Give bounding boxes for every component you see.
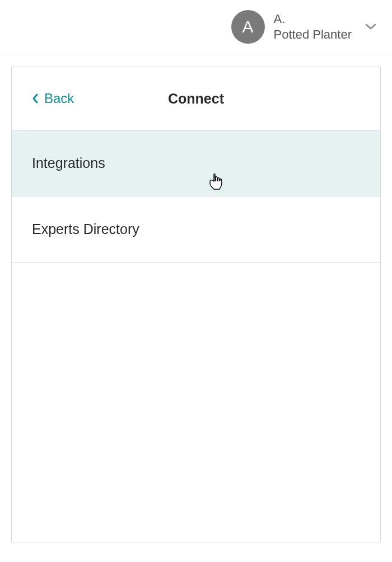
avatar[interactable]: A bbox=[231, 10, 265, 44]
back-button[interactable]: Back bbox=[32, 91, 74, 106]
chevron-left-icon bbox=[32, 93, 39, 104]
back-label: Back bbox=[44, 91, 74, 106]
chevron-down-icon[interactable] bbox=[365, 24, 376, 30]
avatar-letter: A bbox=[242, 17, 254, 36]
menu-item-experts-directory[interactable]: Experts Directory bbox=[12, 196, 380, 263]
menu-item-integrations[interactable]: Integrations bbox=[12, 130, 380, 196]
menu-item-label: Integrations bbox=[32, 155, 105, 171]
menu-list: Integrations Experts Directory bbox=[12, 130, 380, 263]
panel-header: Back Connect bbox=[12, 67, 380, 130]
user-info[interactable]: A. Potted Planter bbox=[274, 12, 352, 42]
menu-item-label: Experts Directory bbox=[32, 221, 139, 237]
user-name-line2: Potted Planter bbox=[274, 27, 352, 42]
user-name-line1: A. bbox=[274, 12, 352, 26]
header-divider bbox=[0, 54, 392, 54]
panel: Back Connect Integrations Experts Direct… bbox=[11, 67, 381, 542]
header: A A. Potted Planter bbox=[0, 0, 392, 54]
panel-title: Connect bbox=[168, 91, 224, 107]
